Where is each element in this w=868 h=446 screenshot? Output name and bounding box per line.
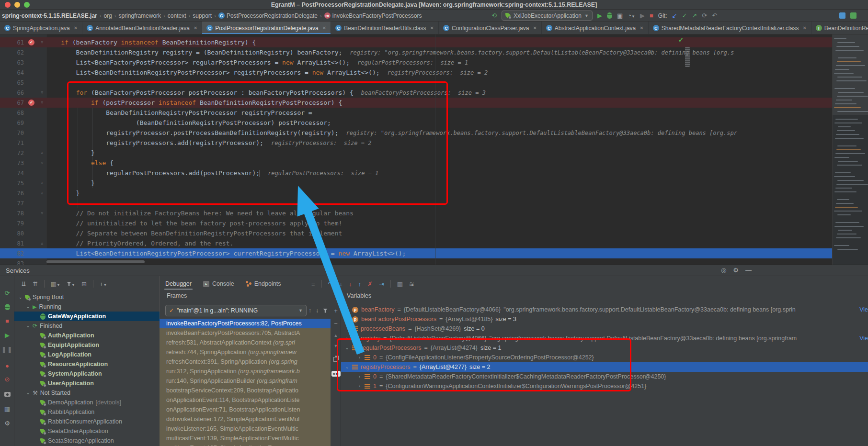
editor-tab[interactable]: CSharedMetadataReaderFactoryContextIniti…	[649, 22, 811, 34]
terminal-icon[interactable]	[850, 12, 857, 19]
breadcrumb-item[interactable]: spring-context-5.1.15.RELEASE.jar	[2, 12, 97, 19]
code-line[interactable]: 73▿ else {	[0, 158, 868, 168]
rollback-button[interactable]: ↶	[712, 12, 717, 19]
debug-button[interactable]	[607, 12, 612, 19]
editor-tab[interactable]: CSpringApplication.java✕	[0, 22, 82, 34]
editor-scrollbar-thumb[interactable]	[685, 47, 690, 67]
tab-overflow-chevron-icon[interactable]: ⌄	[861, 24, 866, 31]
expand-all-icon[interactable]: ⇊	[21, 280, 26, 288]
run-configuration-select[interactable]: XxlJobExecutorApplication ▼	[502, 11, 593, 21]
thread-selector[interactable]: ✓ "main"@1 in g...ain": RUNNING ▼	[165, 305, 307, 316]
horizontal-scrollbar[interactable]	[46, 260, 832, 264]
group-by-icon[interactable]: ▦▼	[51, 280, 60, 288]
code-line[interactable]: 72▵ }	[0, 148, 868, 158]
step-into-button[interactable]: ↓	[340, 280, 343, 288]
code-line[interactable]: 80 // Separate between BeanDefinitionReg…	[0, 228, 868, 238]
float-mode-icon[interactable]: ◎	[721, 267, 726, 274]
step-out-button[interactable]: ↑	[358, 280, 362, 288]
code-line[interactable]: 65	[0, 78, 868, 88]
fold-marker-icon[interactable]: ▿	[41, 211, 43, 215]
variable-row[interactable]: ›0={ConfigFileApplicationListener$Proper…	[341, 353, 868, 362]
tool-window-icon[interactable]	[839, 12, 845, 19]
settings-gear-icon[interactable]: ⚙	[0, 420, 14, 427]
fold-marker-icon[interactable]: ▿	[41, 40, 43, 45]
close-icon[interactable]: ✕	[194, 25, 197, 31]
view-value-link[interactable]: Vie	[857, 335, 868, 342]
expander-icon[interactable]: ›	[345, 336, 349, 341]
code-editor[interactable]: 61✓▿ if (beanFactory instanceof BeanDefi…	[0, 34, 868, 265]
sidebar-item-rabbitapplication[interactable]: RabbitApplication	[14, 407, 160, 417]
editor-tab[interactable]: CAbstractApplicationContext.java✕	[542, 22, 649, 34]
git-push-button[interactable]: ↗	[692, 12, 697, 19]
close-icon[interactable]: ✕	[430, 25, 434, 31]
expander-icon[interactable]: ⌄	[345, 365, 349, 369]
expander-icon[interactable]: ›	[345, 307, 349, 312]
git-update-button[interactable]: ↙	[672, 12, 677, 19]
step-over-button[interactable]: ↷	[328, 280, 333, 288]
duplicate-watch-icon[interactable]	[331, 356, 341, 363]
editor-tab[interactable]: CConfigurationClassParser.java✕	[439, 22, 542, 34]
filter-icon[interactable]: ▼	[67, 280, 75, 288]
profiler-button[interactable]: ◔▼	[628, 12, 635, 19]
breakpoint-icon[interactable]: ✓	[28, 100, 34, 106]
sidebar-item-rabbitconsumerapplication[interactable]: RabbitConsumerApplication	[14, 417, 160, 426]
code-line[interactable]: 62 BeanDefinitionRegistry registry = (Be…	[0, 47, 868, 57]
sidebar-item-equiptapplication[interactable]: EquiptApplication	[14, 340, 160, 350]
show-watches-icon[interactable]: oo	[331, 369, 341, 377]
stack-frame-row[interactable]: onApplicationEvent:71, BootstrapApplicat…	[160, 405, 331, 414]
stack-frame-row[interactable]: multicastEvent:127, SimpleApplicationE	[160, 443, 331, 446]
layout-settings-icon[interactable]: ▦	[0, 405, 14, 413]
close-icon[interactable]: ✕	[533, 25, 537, 31]
evaluate-expression-button[interactable]: ▦	[397, 280, 403, 288]
code-line[interactable]: 61✓▿ if (beanFactory instanceof BeanDefi…	[0, 37, 868, 47]
mute-breakpoints-button[interactable]: ⊘	[0, 376, 14, 383]
sidebar-item-not-started[interactable]: ⌄⚒Not Started	[14, 388, 160, 398]
sidebar-item-userapplication[interactable]: UserApplication	[14, 379, 160, 388]
fold-marker-icon[interactable]: ▿	[41, 100, 43, 105]
sidebar-item-systemapplication[interactable]: SystemApplication	[14, 369, 160, 379]
stack-frame-row[interactable]: refresh:744, SpringApplication (org.spri…	[160, 347, 331, 357]
code-line[interactable]: 75▵ }	[0, 178, 868, 188]
stack-frame-row[interactable]: run:312, SpringApplication (org.springfr…	[160, 367, 331, 376]
pause-button[interactable]: ❚❚	[0, 346, 14, 353]
code-line[interactable]: 74 regularPostProcessors.add(postProcess…	[0, 168, 868, 178]
code-line[interactable]: 67✓▿ if (postProcessor instanceof BeanDe…	[0, 98, 868, 108]
code-minimap[interactable]	[832, 34, 868, 265]
chevron-down-icon[interactable]: ⌄	[26, 323, 30, 328]
tab-debugger[interactable]: Debugger	[160, 277, 197, 291]
add-watch-button[interactable]: +	[331, 307, 341, 314]
sidebar-item-resourceapplication[interactable]: ResourceApplication	[14, 359, 160, 369]
variable-row[interactable]: processedBeans={HashSet@4269} size = 0	[341, 324, 868, 334]
git-commit-button[interactable]: ✓	[682, 12, 687, 19]
run-to-cursor-button[interactable]: ⇥	[379, 280, 384, 288]
hide-panel-icon[interactable]: —	[745, 267, 752, 274]
breadcrumb-item[interactable]: CPostProcessorRegistrationDelegate	[218, 12, 318, 19]
chevron-down-icon[interactable]: ⌄	[18, 295, 23, 300]
code-line[interactable]: 70 registryProcessor.postProcessBeanDefi…	[0, 128, 868, 138]
hide-library-frames-icon[interactable]	[323, 309, 328, 313]
tab-console[interactable]: ▸Console	[197, 277, 240, 291]
variable-row[interactable]: ›pbeanFactory={DefaultListableBeanFactor…	[341, 305, 868, 314]
debugger-settings-icon[interactable]: ≋	[409, 280, 414, 288]
variable-row[interactable]: ›registry={DefaultListableBeanFactory@40…	[341, 334, 868, 343]
resume-button[interactable]: ▶	[0, 332, 14, 339]
chevron-down-icon[interactable]: ⌄	[26, 304, 30, 309]
breadcrumb-item[interactable]: springframework	[118, 12, 161, 19]
add-service-button[interactable]: +▼	[100, 280, 107, 288]
variable-row[interactable]: ›0={SharedMetadataReaderFactoryContextIn…	[341, 372, 868, 381]
sidebar-item-demoapplication[interactable]: DemoApplication [devtools]	[14, 398, 160, 407]
fold-marker-icon[interactable]: ▵	[41, 190, 43, 195]
force-step-into-button[interactable]: ↓	[349, 280, 352, 288]
back-navigate-icon[interactable]: ⟲	[491, 12, 497, 19]
expander-icon[interactable]: ›	[357, 374, 362, 379]
previous-frame-icon[interactable]: ↑	[308, 307, 311, 314]
next-frame-icon[interactable]: ↓	[316, 307, 319, 314]
run-with-coverage-button[interactable]: ▣	[617, 12, 623, 19]
breadcrumb[interactable]: spring-context-5.1.15.RELEASE.jar›org›sp…	[2, 10, 422, 22]
expander-icon[interactable]: ›	[357, 384, 362, 389]
chevron-down-icon[interactable]: ⌄	[26, 390, 30, 395]
thread-dump-camera-icon[interactable]	[0, 391, 14, 398]
stack-frame-row[interactable]: run:140, SpringApplicationBuilder (org.s…	[160, 376, 331, 386]
code-line[interactable]: 64 List<BeanDefinitionRegistryPostProces…	[0, 67, 868, 78]
move-up-icon[interactable]: ▲	[331, 333, 341, 338]
